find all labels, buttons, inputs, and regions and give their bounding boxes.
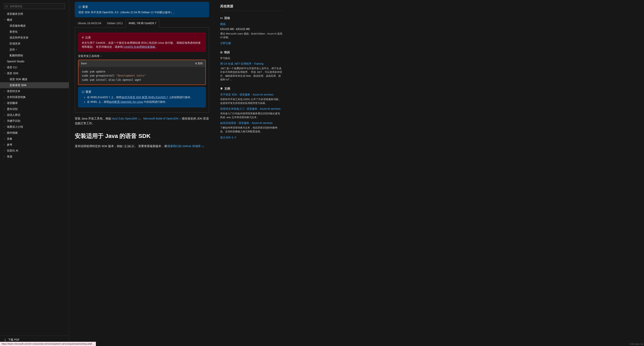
challenge-link[interactable]: 挑战 bbox=[220, 22, 282, 26]
nav-item[interactable]: ›设备 bbox=[0, 136, 69, 142]
dev-tools-label: 安装开发工具和库： bbox=[78, 54, 206, 58]
tab-panel-rhel: ⊘注意 本文引用了 CentOS，这是一个接近生命周期结束 (EOL) 状态的 … bbox=[75, 28, 209, 112]
nav-item-label: 参考 bbox=[7, 143, 12, 147]
install-java-sdk-heading: 安装适用于 Java 的语音 SDK bbox=[75, 132, 209, 140]
doc-desc-1: 语音软件开发工具包 (SDK) 公开了许多语音服务功能，这使得开发支持语音的应用… bbox=[220, 98, 282, 105]
copy-button[interactable]: ⧉复制 bbox=[195, 62, 203, 66]
nav-item-label: 语音服务文档 bbox=[7, 12, 23, 16]
chevron-right-icon: › bbox=[4, 96, 6, 98]
ms-jdk-link[interactable]: Microsoft Build of OpenJDK ↗ bbox=[143, 117, 181, 120]
watermark: CSDN @蚊子董 bbox=[630, 343, 643, 346]
chevron-right-icon: › bbox=[4, 126, 6, 128]
nav-item[interactable]: ›语音 CLI bbox=[0, 64, 69, 70]
nav-item[interactable]: ﹀概述 bbox=[0, 17, 69, 23]
docs-section: 🗎文档 关于语音 SDK - 语音服务 - Azure AI services … bbox=[220, 86, 282, 140]
important-callout-rhel: ⓘ重要 在 RHEL/CentOS 7 上，按照如何为语音 SDK 配置 RHE… bbox=[78, 87, 206, 108]
code-block: Bash ⧉复制 sudo yum update sudo yum groupi… bbox=[78, 60, 206, 85]
nav-item[interactable]: 新变化 bbox=[0, 29, 69, 35]
external-icon: ↗ bbox=[137, 118, 140, 120]
activity-heading: 活动 bbox=[224, 16, 230, 20]
nav-item[interactable]: 配额和限制 bbox=[0, 52, 69, 58]
warning-icon: ⊘ bbox=[82, 36, 84, 40]
nav-item[interactable]: 安装语音 SDK bbox=[0, 82, 69, 88]
external-icon: ↗ bbox=[178, 118, 181, 120]
other-resources-heading: 其他资源 bbox=[220, 4, 282, 11]
github-repo-link[interactable]: 搜索我们的 GitHub 存储库 ↗ bbox=[167, 144, 203, 148]
nav-item-label: 文本到语音转换 bbox=[7, 95, 26, 99]
nav-item-label: 语音 SDK 概述 bbox=[10, 77, 28, 81]
nav-item[interactable]: 语音 SDK 概述 bbox=[0, 76, 69, 82]
info-icon: ⓘ bbox=[82, 90, 84, 94]
register-link[interactable]: 立即注册 bbox=[220, 41, 282, 45]
nav-item[interactable]: ›资源 bbox=[0, 154, 69, 160]
download-pdf-button[interactable]: ⭳ 下载 PDF bbox=[4, 338, 65, 342]
nav-item[interactable]: Speech Studio bbox=[0, 58, 69, 64]
nav-item[interactable]: ›文本到语音转换 bbox=[0, 94, 69, 100]
training-heading: 培训 bbox=[224, 50, 230, 55]
chevron-down-icon: ﹀ bbox=[4, 72, 6, 75]
show-more-link[interactable]: 显示另外 5 个 bbox=[220, 136, 282, 140]
nav-item[interactable]: 语音服务文档 bbox=[0, 11, 69, 17]
openssl-config-link[interactable]: 如何配置 OpenSSL for Linux bbox=[109, 100, 143, 104]
external-icon: ↗ bbox=[15, 48, 17, 51]
nav-item[interactable]: ›参考 bbox=[0, 142, 69, 148]
main-content: ⓘ重要 语音 SDK 尚不支持 OpenSSL 3.0（Ubuntu 22.04… bbox=[69, 0, 215, 346]
doc-link-2[interactable]: 语音转文本快速入门 - 语音服务 - Azure AI services bbox=[220, 107, 282, 111]
openssl-note-text: 语音 SDK 尚不支持 OpenSSL 3.0（Ubuntu 22.04 和 D… bbox=[78, 10, 206, 14]
os-tab[interactable]: Ubuntu 18.04/20.04 bbox=[75, 19, 104, 28]
chevron-right-icon: › bbox=[4, 114, 6, 116]
nav-item-label: 关键字识别 bbox=[7, 119, 20, 123]
nav-item-label: 意向识别 bbox=[7, 107, 18, 111]
nav-item[interactable]: ›操作指南 bbox=[0, 130, 69, 136]
nav-item-label: 语音 SDK bbox=[7, 71, 18, 76]
challenge-desc: 通过 Microsoft Learn 挑战：Build Edition - Az… bbox=[220, 32, 282, 39]
nav-item-label: 语言和声音支持 bbox=[10, 36, 28, 40]
nav-item-label: 配额和限制 bbox=[10, 54, 23, 58]
filter-input[interactable] bbox=[4, 4, 65, 9]
warning-callout-centos: ⊘注意 本文引用了 CentOS，这是一个接近生命周期结束 (EOL) 状态的 … bbox=[78, 32, 206, 52]
nav-item[interactable]: ›说话人辨识 bbox=[0, 112, 69, 118]
nav-item[interactable]: ﹀语音 SDK bbox=[0, 70, 69, 76]
centos-note-text: 本文引用了 CentOS，这是一个接近生命周期结束 (EOL) 状态的 Linu… bbox=[82, 41, 202, 49]
nav-item[interactable]: 区域支持 bbox=[0, 41, 69, 46]
filter-icon: ⚆ bbox=[5, 4, 8, 8]
rhel-bullet-1: 在 RHEL/CentOS 7 上，按照如何为语音 SDK 配置 RHEL/Ce… bbox=[87, 95, 202, 99]
chevron-right-icon: › bbox=[4, 120, 6, 122]
nav-item-label: 场景深入介绍 bbox=[7, 125, 23, 129]
doc-link-3[interactable]: 如何识别语音 - 语音服务 - Azure AI services bbox=[220, 121, 282, 125]
chevron-right-icon: › bbox=[4, 90, 6, 93]
info-icon: ⓘ bbox=[78, 5, 81, 9]
nav-item[interactable]: 语音服务概述 bbox=[0, 23, 69, 29]
nav-item[interactable]: ›意向识别 bbox=[0, 106, 69, 112]
training-link[interactable]: 用 C# 生成 .NET 应用程序 - Training bbox=[220, 62, 282, 66]
download-icon: ⭳ bbox=[4, 338, 6, 342]
nav-item[interactable]: ›关键字识别 bbox=[0, 118, 69, 124]
doc-link-1[interactable]: 关于语音 SDK - 语音服务 - Azure AI services bbox=[220, 93, 282, 97]
azul-jdk-link[interactable]: Azul Zulu OpenJDK ↗ bbox=[112, 117, 140, 120]
nav-item[interactable]: ›负责任 AI bbox=[0, 148, 69, 154]
nav-item-label: 安装语音 SDK bbox=[10, 83, 27, 87]
important-label: 重要 bbox=[82, 5, 88, 9]
nav-item[interactable]: ›场景深入介绍 bbox=[0, 124, 69, 130]
chevron-down-icon: ﹀ bbox=[4, 18, 6, 21]
right-sidebar: 其他资源 ▭活动 挑战 5月22日 0时 - 6月22日 0时 通过 Micro… bbox=[215, 0, 288, 346]
sdk-version-paragraph: 某些说明使用特定的 SDK 版本，例如 1.24.2。 若要查看最新版本，请搜索… bbox=[75, 144, 209, 149]
os-tab[interactable]: Debian 10/11 bbox=[104, 19, 126, 28]
copy-icon: ⧉ bbox=[195, 62, 197, 66]
nav-item[interactable]: 定价 ↗ bbox=[0, 46, 69, 52]
rhel-config-link[interactable]: 如何为语音 SDK 配置 RHEL/CentOS 7 bbox=[122, 96, 168, 99]
nav-tree: 语音服务文档﹀概述语音服务概述新变化语言和声音支持区域支持定价 ↗配额和限制Sp… bbox=[0, 11, 69, 336]
chevron-right-icon: › bbox=[4, 155, 6, 158]
activity-section: ▭活动 挑战 5月22日 0时 - 6月22日 0时 通过 Microsoft … bbox=[220, 16, 282, 45]
chevron-right-icon: › bbox=[4, 108, 6, 110]
nav-item[interactable]: 语言和声音支持 bbox=[0, 35, 69, 41]
doc-desc-3: 了解如何将语音转换为文本，包括语音识别的对象构造、支持的音频输入格式和配置选项。 bbox=[220, 126, 282, 133]
os-tab[interactable]: RHEL 7/8 和 CentOS 7 bbox=[126, 19, 159, 28]
download-pdf-label: 下载 PDF bbox=[8, 338, 20, 342]
important-label: 重要 bbox=[86, 90, 91, 94]
nav-item-label: 操作指南 bbox=[7, 131, 18, 135]
centos-eol-link[interactable]: CentOS 生命周期结束指南 bbox=[124, 45, 155, 48]
nav-item[interactable]: ›语音转文本 bbox=[0, 88, 69, 94]
nav-item[interactable]: ›语音翻译 bbox=[0, 100, 69, 106]
nav-item-label: 设备 bbox=[7, 137, 12, 141]
